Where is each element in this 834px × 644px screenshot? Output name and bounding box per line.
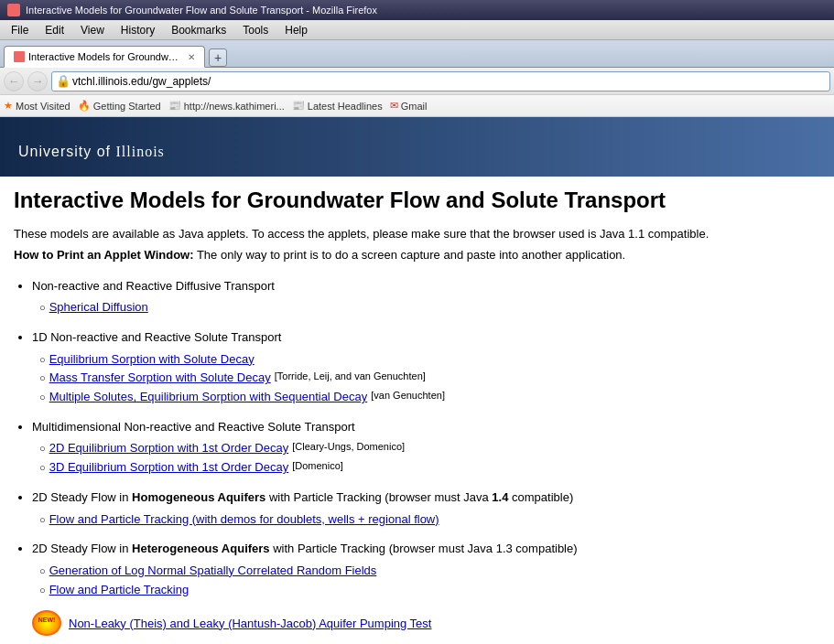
bookmark-getting-started[interactable]: 🔥 Getting Started bbox=[78, 100, 161, 112]
bookmark-kathimeri-label: http://news.kathimeri... bbox=[184, 101, 285, 112]
new-badge: NEW! bbox=[32, 610, 61, 636]
tab-favicon bbox=[14, 51, 25, 62]
headlines-icon: 📰 bbox=[292, 100, 305, 112]
main-sections-list: Non-reactive and Reactive Diffusive Tran… bbox=[32, 277, 820, 637]
section-5-pre: 2D Steady Flow in bbox=[32, 542, 132, 555]
menu-item-tools[interactable]: Tools bbox=[235, 22, 276, 38]
3d-equilibrium-ref: [Domenico] bbox=[292, 458, 343, 475]
intro-text: These models are available as Java apple… bbox=[14, 225, 820, 243]
bookmark-latest-headlines[interactable]: 📰 Latest Headlines bbox=[292, 100, 383, 112]
list-item: Equilibrium Sorption with Solute Decay bbox=[39, 350, 820, 370]
2d-equilibrium-ref: [Cleary-Ungs, Domenico] bbox=[292, 439, 405, 456]
section-4-items: Flow and Particle Tracking (with demos f… bbox=[39, 510, 820, 530]
section-6: NEW! Non-Leaky (Theis) and Leaky (Hantus… bbox=[32, 610, 820, 636]
nav-bar: ← → 🔒 bbox=[0, 68, 834, 95]
menu-item-view[interactable]: View bbox=[73, 22, 112, 38]
list-item: 2D Equilibrium Sorption with 1st Order D… bbox=[39, 439, 820, 458]
menu-item-file[interactable]: File bbox=[4, 22, 36, 38]
section-2-items: Equilibrium Sorption with Solute Decay M… bbox=[39, 350, 820, 407]
section-5-post: with Particle Tracking (browser must Jav… bbox=[270, 542, 578, 555]
bookmarks-bar: ★ Most Visited 🔥 Getting Started 📰 http:… bbox=[0, 95, 834, 117]
menu-item-help[interactable]: Help bbox=[277, 22, 315, 38]
section-5: 2D Steady Flow in Heterogeneous Aquifers… bbox=[32, 540, 820, 599]
bookmark-gmail[interactable]: ✉ Gmail bbox=[390, 100, 428, 112]
bookmark-latest-headlines-label: Latest Headlines bbox=[308, 101, 383, 112]
bookmark-getting-started-label: Getting Started bbox=[93, 101, 161, 112]
section-1-items: Spherical Diffusion bbox=[39, 298, 820, 317]
tab-label: Interactive Models for Groundwater Flo..… bbox=[28, 51, 180, 62]
section-4-end: compatible) bbox=[508, 490, 573, 504]
back-button[interactable]: ← bbox=[4, 71, 24, 91]
equilibrium-sorption-link[interactable]: Equilibrium Sorption with Solute Decay bbox=[49, 350, 255, 370]
menu-item-history[interactable]: History bbox=[114, 22, 162, 38]
most-visited-icon: ★ bbox=[4, 100, 13, 112]
menu-item-bookmarks[interactable]: Bookmarks bbox=[164, 22, 233, 38]
list-item: 3D Equilibrium Sorption with 1st Order D… bbox=[39, 458, 820, 478]
bookmark-kathimeri[interactable]: 📰 http://news.kathimeri... bbox=[168, 100, 285, 112]
list-item: Flow and Particle Tracking (with demos f… bbox=[39, 510, 820, 530]
bookmark-gmail-label: Gmail bbox=[401, 101, 428, 112]
section-3-label: Multidimensional Non-reactive and Reacti… bbox=[32, 420, 355, 434]
location-icon: 🔒 bbox=[56, 74, 70, 89]
tab-close-button[interactable]: ✕ bbox=[188, 52, 195, 62]
section-4-pre: 2D Steady Flow in bbox=[32, 490, 132, 504]
browser-favicon bbox=[7, 4, 20, 16]
section-3: Multidimensional Non-reactive and Reacti… bbox=[32, 418, 820, 478]
section-3-items: 2D Equilibrium Sorption with 1st Order D… bbox=[39, 439, 820, 478]
menu-bar: FileEditViewHistoryBookmarksToolsHelp bbox=[0, 20, 834, 40]
list-item: Multiple Solutes, Equilibrium Sorption w… bbox=[39, 388, 820, 407]
print-note: How to Print an Applet Window: The only … bbox=[14, 246, 820, 264]
mass-transfer-link[interactable]: Mass Transfer Sorption with Solute Decay bbox=[49, 369, 271, 388]
page-title: Interactive Models for Groundwater Flow … bbox=[14, 188, 820, 214]
section-4-bold: Homogeneous Aquifers bbox=[132, 490, 265, 504]
uiuc-header: University of Illinois bbox=[0, 117, 834, 177]
list-item: Spherical Diffusion bbox=[39, 298, 820, 317]
list-item: Flow and Particle Tracking bbox=[39, 581, 820, 600]
page-content: University of Illinois Interactive Model… bbox=[0, 117, 834, 644]
pumping-test-link[interactable]: Non-Leaky (Theis) and Leaky (Hantush-Jac… bbox=[69, 615, 431, 633]
main-content: Interactive Models for Groundwater Flow … bbox=[0, 177, 834, 644]
section-5-bold: Heterogeneous Aquifers bbox=[132, 542, 270, 555]
print-note-text: The only way to print is to do a screen … bbox=[194, 248, 626, 262]
uiuc-logo: University of Illinois bbox=[18, 130, 165, 164]
spherical-diffusion-link[interactable]: Spherical Diffusion bbox=[49, 298, 148, 317]
3d-equilibrium-link[interactable]: 3D Equilibrium Sorption with 1st Order D… bbox=[49, 458, 289, 478]
print-note-bold: How to Print an Applet Window: bbox=[14, 248, 194, 262]
section-1-label: Non-reactive and Reactive Diffusive Tran… bbox=[32, 279, 275, 293]
section-4-version: 1.4 bbox=[492, 490, 508, 504]
section-4: 2D Steady Flow in Homogeneous Aquifers w… bbox=[32, 488, 820, 529]
list-item: Generation of Log Normal Spatially Corre… bbox=[39, 562, 820, 581]
gmail-icon: ✉ bbox=[390, 100, 398, 112]
illinois-label: Illinois bbox=[115, 144, 164, 159]
menu-item-edit[interactable]: Edit bbox=[38, 22, 71, 38]
log-normal-link[interactable]: Generation of Log Normal Spatially Corre… bbox=[49, 562, 377, 581]
bookmark-most-visited-label: Most Visited bbox=[16, 101, 70, 112]
section-4-post: with Particle Tracking (browser must Jav… bbox=[265, 490, 492, 504]
list-item: Mass Transfer Sorption with Solute Decay… bbox=[39, 369, 820, 388]
multiple-solutes-ref: [van Genuchten] bbox=[371, 388, 445, 404]
section-2: 1D Non-reactive and Reactive Solute Tran… bbox=[32, 328, 820, 407]
flow-particle-tracking-2-link[interactable]: Flow and Particle Tracking bbox=[49, 581, 189, 600]
section-2-label: 1D Non-reactive and Reactive Solute Tran… bbox=[32, 330, 281, 344]
section-1: Non-reactive and Reactive Diffusive Tran… bbox=[32, 277, 820, 317]
bookmark-most-visited[interactable]: ★ Most Visited bbox=[4, 100, 70, 112]
kathimeri-icon: 📰 bbox=[168, 100, 181, 112]
tab-bar: Interactive Models for Groundwater Flo..… bbox=[0, 40, 834, 68]
flow-particle-tracking-link[interactable]: Flow and Particle Tracking (with demos f… bbox=[49, 510, 439, 530]
active-tab[interactable]: Interactive Models for Groundwater Flo..… bbox=[4, 46, 205, 68]
browser-title-text: Interactive Models for Groundwater Flow … bbox=[26, 5, 827, 16]
section-5-items: Generation of Log Normal Spatially Corre… bbox=[39, 562, 820, 600]
multiple-solutes-link[interactable]: Multiple Solutes, Equilibrium Sorption w… bbox=[49, 388, 368, 407]
location-bar[interactable] bbox=[72, 75, 826, 88]
university-label: University of bbox=[18, 144, 115, 159]
mass-transfer-ref: [Torride, Leij, and van Genuchten] bbox=[275, 369, 426, 385]
getting-started-icon: 🔥 bbox=[78, 100, 91, 112]
forward-button[interactable]: → bbox=[27, 71, 48, 91]
new-tab-button[interactable]: + bbox=[209, 48, 227, 67]
browser-title-bar: Interactive Models for Groundwater Flow … bbox=[0, 0, 834, 20]
2d-equilibrium-link[interactable]: 2D Equilibrium Sorption with 1st Order D… bbox=[49, 439, 289, 458]
location-bar-wrap: 🔒 bbox=[51, 71, 830, 91]
